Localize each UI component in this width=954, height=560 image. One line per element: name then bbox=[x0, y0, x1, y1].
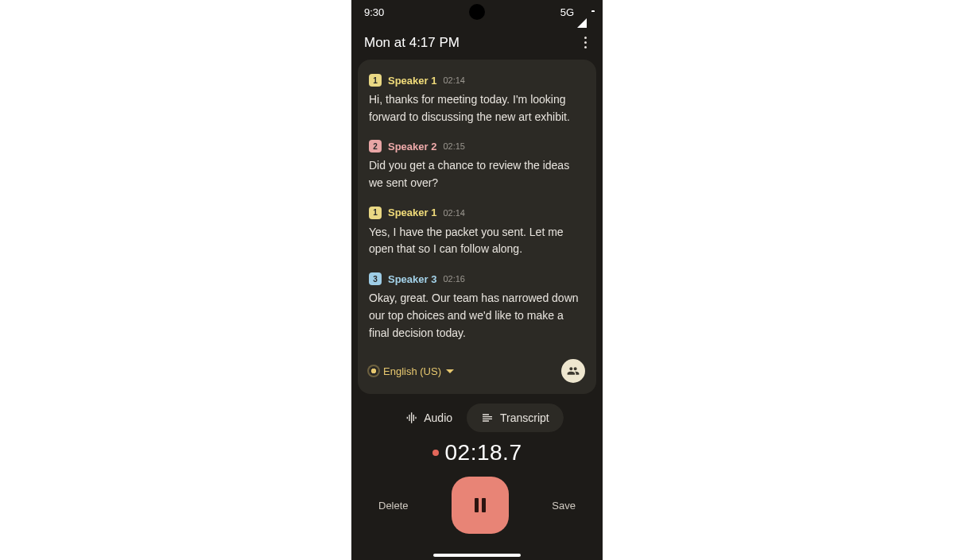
save-button[interactable]: Save bbox=[552, 500, 576, 512]
delete-button[interactable]: Delete bbox=[378, 500, 409, 512]
card-footer: English (US) bbox=[364, 351, 590, 386]
language-indicator-icon bbox=[369, 366, 378, 376]
app-header: Mon at 4:17 PM bbox=[351, 24, 603, 60]
status-bar: 9:30 5G bbox=[351, 0, 603, 24]
status-time: 9:30 bbox=[364, 6, 384, 18]
entry-timestamp: 02:15 bbox=[443, 141, 465, 151]
language-selector[interactable]: English (US) bbox=[369, 365, 454, 377]
entry-header: 2Speaker 202:15 bbox=[369, 140, 585, 153]
status-right: 5G bbox=[560, 6, 590, 18]
transcript-card: 1Speaker 102:14Hi, thanks for meeting to… bbox=[358, 60, 596, 394]
timer-row: 02:18.7 bbox=[432, 440, 522, 465]
group-icon bbox=[567, 365, 580, 377]
speaker-name: Speaker 3 bbox=[388, 273, 436, 285]
action-row: Delete Save bbox=[351, 465, 603, 534]
pause-record-button[interactable] bbox=[452, 477, 509, 534]
page-title: Mon at 4:17 PM bbox=[364, 35, 460, 51]
tab-audio[interactable]: Audio bbox=[390, 404, 467, 432]
phone-frame: 9:30 5G Mon at 4:17 PM 1Speaker 102:14Hi… bbox=[351, 0, 603, 560]
speakers-button[interactable] bbox=[561, 359, 585, 383]
pause-icon bbox=[475, 498, 486, 512]
entry-text: Yes, I have the packet you sent. Let me … bbox=[369, 224, 585, 258]
recording-indicator-icon bbox=[432, 450, 439, 456]
entry-header: 1Speaker 102:14 bbox=[369, 207, 585, 219]
transcript-entry[interactable]: 2Speaker 202:15Did you get a chance to r… bbox=[364, 135, 590, 201]
entry-timestamp: 02:14 bbox=[443, 208, 465, 218]
speaker-name: Speaker 1 bbox=[388, 75, 436, 87]
chevron-down-icon bbox=[446, 369, 454, 373]
speaker-badge: 1 bbox=[369, 207, 382, 219]
signal-icon bbox=[577, 6, 587, 18]
speaker-name: Speaker 1 bbox=[388, 207, 436, 218]
entry-header: 1Speaker 102:14 bbox=[369, 74, 585, 87]
transcript-entry[interactable]: 1Speaker 102:14Yes, I have the packet yo… bbox=[364, 202, 590, 268]
entry-timestamp: 02:16 bbox=[443, 274, 465, 284]
entry-text: Did you get a chance to review the ideas… bbox=[369, 157, 585, 191]
entry-text: Hi, thanks for meeting today. I'm lookin… bbox=[369, 91, 585, 126]
navigation-pill[interactable] bbox=[433, 554, 521, 557]
elapsed-time: 02:18.7 bbox=[445, 440, 522, 465]
transcript-icon bbox=[481, 411, 494, 424]
language-label: English (US) bbox=[383, 365, 441, 377]
speaker-badge: 2 bbox=[369, 140, 382, 153]
controls: Audio Transcript 02:18.7 Delete Save bbox=[351, 394, 603, 560]
entry-timestamp: 02:14 bbox=[443, 75, 465, 85]
tab-transcript-label: Transcript bbox=[500, 411, 549, 424]
tab-transcript[interactable]: Transcript bbox=[467, 404, 564, 432]
camera-hole bbox=[469, 4, 485, 20]
speaker-badge: 3 bbox=[369, 272, 382, 285]
entry-text: Okay, great. Our team has narrowed down … bbox=[369, 290, 585, 342]
speaker-badge: 1 bbox=[369, 74, 382, 87]
speaker-name: Speaker 2 bbox=[388, 141, 436, 153]
more-options-button[interactable] bbox=[581, 33, 590, 52]
transcript-entry[interactable]: 1Speaker 102:14Hi, thanks for meeting to… bbox=[364, 69, 590, 135]
transcript-entry[interactable]: 3Speaker 302:16Okay, great. Our team has… bbox=[364, 268, 590, 351]
view-segmented-control: Audio Transcript bbox=[390, 404, 564, 432]
entry-header: 3Speaker 302:16 bbox=[369, 272, 585, 285]
tab-audio-label: Audio bbox=[424, 411, 452, 424]
network-label: 5G bbox=[560, 6, 574, 18]
waveform-icon bbox=[405, 411, 417, 424]
